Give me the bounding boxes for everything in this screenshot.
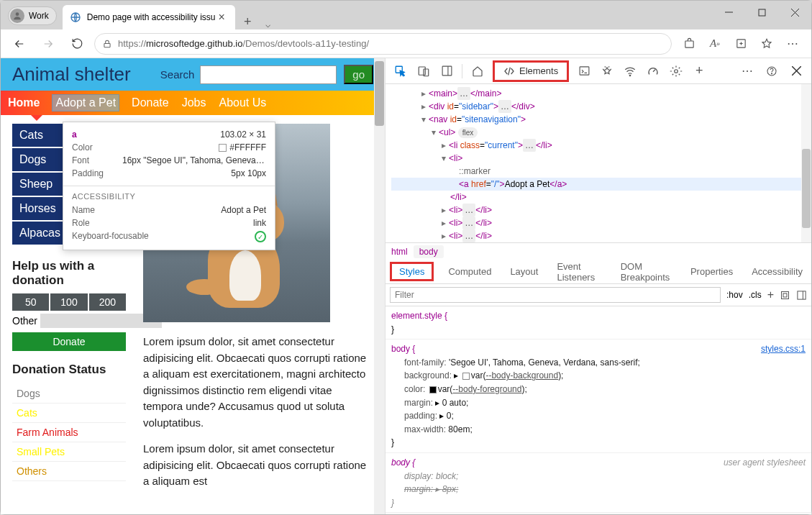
nav-home[interactable]: Home xyxy=(8,96,40,109)
tab-properties[interactable]: Properties xyxy=(686,262,737,281)
console-icon[interactable] xyxy=(573,60,595,82)
close-window-button[interactable] xyxy=(778,1,811,24)
donation-50[interactable]: 50 xyxy=(12,293,49,311)
dock-right-icon[interactable] xyxy=(796,290,807,301)
donation-100[interactable]: 100 xyxy=(50,293,87,311)
tooltip-role-k: Role xyxy=(72,218,90,228)
rule-element-style[interactable]: element.style {} xyxy=(386,306,811,339)
network-icon[interactable] xyxy=(619,60,641,82)
tab-events[interactable]: Event Listeners xyxy=(552,257,606,287)
new-tab-button[interactable]: + xyxy=(238,14,257,29)
maximize-button[interactable] xyxy=(745,1,778,24)
svg-point-17 xyxy=(629,75,631,76)
collections-icon[interactable] xyxy=(729,32,752,55)
close-icon[interactable]: × xyxy=(216,11,228,24)
rule-body[interactable]: styles.css:1 body { font-family: 'Segoe … xyxy=(386,339,811,453)
tab-layout[interactable]: Layout xyxy=(506,262,542,281)
nav-donate[interactable]: Donate xyxy=(132,96,169,109)
donation-200[interactable]: 200 xyxy=(89,293,126,311)
other-label: Other xyxy=(12,315,37,327)
layout-icon[interactable] xyxy=(780,290,790,301)
styles-tabs: Styles Computed Layout Event Listeners D… xyxy=(386,260,811,284)
tab-dom-break[interactable]: DOM Breakpoints xyxy=(616,257,676,287)
nav-adopt[interactable]: Adopt a Pet xyxy=(53,95,119,111)
svg-line-18 xyxy=(653,69,655,71)
status-farm[interactable]: Farm Animals xyxy=(12,423,126,442)
search-input[interactable] xyxy=(200,65,337,84)
flex-badge[interactable]: flex xyxy=(458,127,478,138)
status-others[interactable]: Others xyxy=(12,462,126,481)
dom-line-selected[interactable]: <a href="/">Adopt a Pet</a> xyxy=(391,178,806,191)
tooltip-color-v: #FFFFFF xyxy=(219,142,266,152)
page-title: Animal shelter xyxy=(12,63,160,86)
donation-heading: Help us with a donation xyxy=(12,259,126,288)
svg-rect-24 xyxy=(782,291,789,298)
svg-rect-16 xyxy=(580,67,589,75)
new-style-icon[interactable]: + xyxy=(767,288,774,301)
dom-tree[interactable]: ▸<main>…</main> ▸<div id="sidebar">…</di… xyxy=(386,84,811,242)
performance-icon[interactable] xyxy=(642,60,664,82)
tab-accessibility[interactable]: Accessibility xyxy=(747,262,807,281)
favorite-icon[interactable] xyxy=(755,32,778,55)
nav-jobs[interactable]: Jobs xyxy=(182,96,206,109)
filter-input[interactable] xyxy=(390,287,721,303)
avatar-icon xyxy=(10,9,24,23)
donate-button[interactable]: Donate xyxy=(12,332,126,351)
page-viewport: Animal shelter Search go Home Adopt a Pe… xyxy=(1,58,385,514)
sources-icon[interactable] xyxy=(596,60,618,82)
tooltip-name-v: Adopt a Pet xyxy=(221,205,266,215)
inspect-icon[interactable] xyxy=(390,60,411,82)
go-button[interactable]: go xyxy=(344,65,373,84)
help-icon[interactable] xyxy=(761,60,783,82)
more-icon[interactable]: ⋯ xyxy=(736,60,758,82)
crumb-body[interactable]: body xyxy=(414,245,444,258)
svg-rect-7 xyxy=(685,41,693,47)
welcome-icon[interactable] xyxy=(467,60,488,82)
status-dogs[interactable]: Dogs xyxy=(12,384,126,404)
back-button[interactable] xyxy=(8,32,31,55)
device-icon[interactable] xyxy=(413,60,434,82)
tab-styles[interactable]: Styles xyxy=(390,262,434,281)
svg-rect-26 xyxy=(798,291,806,298)
ua-label: user agent stylesheet xyxy=(724,456,806,470)
dom-scrollbar[interactable] xyxy=(801,84,811,242)
rule-body-ua[interactable]: user agent stylesheet body { display: bl… xyxy=(386,453,811,513)
status-cats[interactable]: Cats xyxy=(12,404,126,423)
url-path: /Demos/devtools-a11y-testing/ xyxy=(242,38,369,49)
paragraph-1: Lorem ipsum dolor, sit amet consectetur … xyxy=(143,334,373,431)
page-scrollbar[interactable] xyxy=(374,58,385,514)
devtools-close-icon[interactable] xyxy=(785,60,807,82)
inspect-tooltip: a103.02 × 31 Color#FFFFFF Font16px "Sego… xyxy=(63,122,275,250)
browser-tab[interactable]: Demo page with accessibility issu × xyxy=(63,5,235,29)
svg-point-21 xyxy=(771,73,772,73)
plus-icon[interactable]: + xyxy=(688,60,710,82)
tab-chevron-icon[interactable]: ⌵ xyxy=(260,19,276,29)
url-prefix: https:// xyxy=(118,38,146,49)
tab-elements[interactable]: Elements xyxy=(493,60,569,82)
titlebar: Work Demo page with accessibility issu ×… xyxy=(1,1,811,29)
tooltip-kf-k: Keyboard-focusable xyxy=(72,231,149,242)
status-small[interactable]: Small Pets xyxy=(12,442,126,462)
profile-chip[interactable]: Work xyxy=(8,6,57,25)
url-field[interactable]: https://microsoftedge.github.io/Demos/de… xyxy=(94,33,672,55)
reload-button[interactable] xyxy=(65,32,88,55)
tooltip-tag: a xyxy=(72,129,77,140)
tab-computed[interactable]: Computed xyxy=(444,262,496,281)
cls-toggle[interactable]: .cls xyxy=(749,290,762,300)
inherited-from: Inherited from html xyxy=(386,513,811,514)
hov-toggle[interactable]: :hov xyxy=(726,290,743,300)
tab-title: Demo page with accessibility issu xyxy=(87,12,216,22)
crumb-html[interactable]: html xyxy=(391,247,408,257)
reading-icon[interactable]: A» xyxy=(703,32,726,55)
svg-rect-6 xyxy=(104,43,110,47)
tooltip-pad-v: 5px 10px xyxy=(231,168,266,178)
settings-icon[interactable] xyxy=(665,60,687,82)
minimize-button[interactable] xyxy=(712,1,745,24)
profile-label: Work xyxy=(29,11,49,21)
nav-about[interactable]: About Us xyxy=(219,96,266,109)
menu-icon[interactable]: ⋯ xyxy=(781,32,804,55)
dock-icon[interactable] xyxy=(436,60,457,82)
source-link[interactable]: styles.css:1 xyxy=(761,342,806,356)
status-heading: Donation Status xyxy=(12,363,126,377)
shopping-icon[interactable] xyxy=(678,32,701,55)
